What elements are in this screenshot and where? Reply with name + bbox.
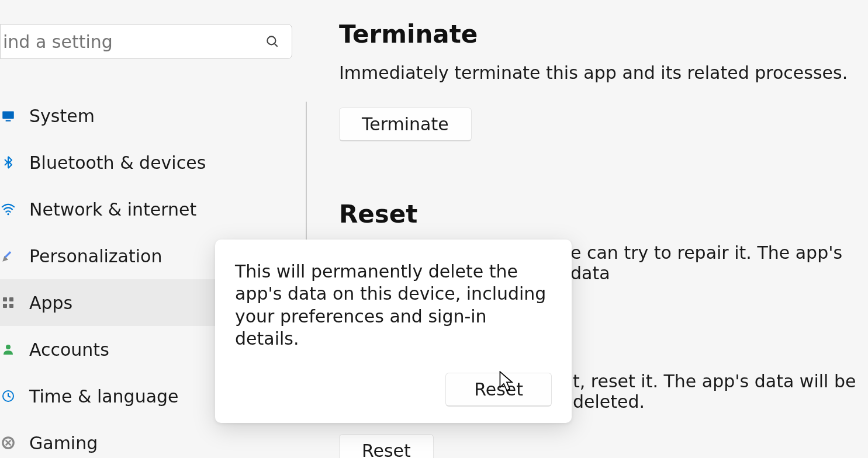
time-icon (0, 388, 16, 404)
svg-point-10 (6, 345, 11, 349)
reset-title: Reset (339, 200, 868, 228)
sidebar-item-label: Apps (29, 293, 72, 313)
system-icon (0, 107, 16, 124)
sidebar-item-system[interactable]: System (0, 92, 310, 139)
sidebar-item-label: Bluetooth & devices (29, 152, 206, 173)
sidebar-item-network[interactable]: Network & internet (0, 186, 310, 233)
scrollbar-indicator[interactable] (306, 102, 307, 242)
sidebar-item-label: Gaming (29, 433, 98, 453)
gaming-icon (0, 435, 16, 451)
svg-rect-9 (9, 304, 13, 308)
svg-rect-7 (9, 297, 13, 301)
search-input[interactable] (3, 32, 265, 52)
svg-point-4 (7, 213, 9, 215)
terminate-button[interactable]: Terminate (339, 107, 472, 141)
bluetooth-icon (0, 154, 16, 171)
sidebar-item-label: System (29, 106, 95, 126)
sidebar-item-label: Accounts (29, 339, 109, 360)
network-icon (0, 201, 16, 217)
reset-confirm-popover: This will permanently delete the app's d… (215, 240, 572, 423)
svg-line-1 (274, 43, 277, 46)
popover-text: This will permanently delete the app's d… (235, 261, 552, 351)
sidebar-item-label: Time & language (29, 386, 179, 407)
reset-desc-partial: e can try to repair it. The app's data (570, 242, 868, 283)
search-icon (265, 34, 280, 49)
svg-rect-5 (5, 251, 11, 258)
svg-rect-2 (2, 111, 14, 119)
svg-point-0 (267, 36, 275, 44)
sidebar-item-label: Network & internet (29, 199, 196, 220)
svg-rect-6 (3, 297, 7, 301)
reset-desc2-partial: t, reset it. The app's data will be dele… (573, 371, 868, 412)
personalization-icon (0, 248, 16, 264)
sidebar-item-gaming[interactable]: Gaming (0, 419, 310, 458)
svg-rect-8 (3, 304, 7, 308)
popover-reset-button[interactable]: Reset (445, 373, 552, 407)
terminate-title: Terminate (339, 20, 868, 48)
svg-rect-3 (6, 120, 11, 122)
sidebar-item-bluetooth[interactable]: Bluetooth & devices (0, 139, 310, 186)
reset-button[interactable]: Reset (339, 434, 434, 458)
terminate-desc: Immediately terminate this app and its r… (339, 63, 868, 83)
apps-icon (0, 294, 16, 311)
search-field[interactable] (0, 24, 292, 59)
sidebar-item-label: Personalization (29, 246, 162, 266)
accounts-icon (0, 341, 16, 358)
